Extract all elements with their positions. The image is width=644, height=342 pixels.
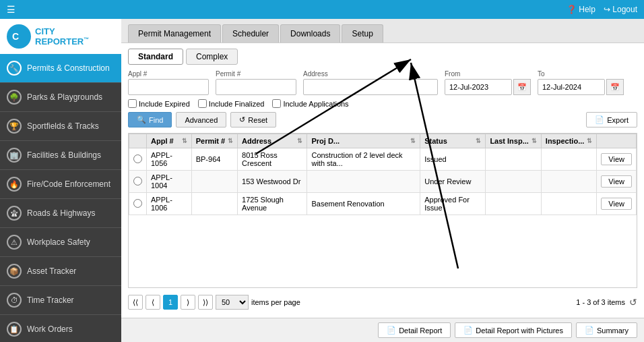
nav-tab-setup[interactable]: Setup	[342, 24, 383, 42]
page-next-btn[interactable]: ⟩	[181, 295, 195, 310]
logo-icon: C	[7, 24, 31, 49]
checkbox-expired[interactable]: Include Expired	[128, 99, 190, 108]
export-button[interactable]: 📄 Export	[586, 112, 637, 127]
row-inspection	[541, 171, 596, 193]
page-first-btn[interactable]: ⟨⟨	[128, 295, 143, 310]
bottom-btn-detail-report-pics[interactable]: 📄Detail Report with Pictures	[455, 322, 572, 338]
col-header-address[interactable]: Address⇅	[238, 134, 307, 148]
permits-icon: 🔧	[7, 61, 22, 76]
table-row: APPL-1056 BP-964 8015 Ross Crescent Cons…	[129, 148, 637, 171]
sidebar-item-asset[interactable]: 📦 Asset Tracker	[0, 257, 121, 286]
nav-tab-scheduler[interactable]: Scheduler	[222, 24, 279, 42]
to-calendar-btn[interactable]: 📅	[606, 79, 624, 95]
logout-link[interactable]: ↪ Logout	[604, 5, 637, 14]
content-area: Permit ManagementSchedulerDownloadsSetup…	[121, 19, 644, 342]
bottom-btn-summary[interactable]: 📄Summary	[576, 322, 637, 338]
from-date-input[interactable]	[445, 79, 512, 95]
help-link[interactable]: ❓ Help	[567, 5, 595, 14]
detail-report-pics-icon: 📄	[463, 326, 473, 335]
col-header-actions	[597, 134, 637, 148]
reset-button[interactable]: ↺ Reset	[230, 112, 276, 127]
checkbox-finalized[interactable]: Include Finalized	[198, 99, 265, 108]
results-text: 1 - 3 of 3 items	[576, 298, 625, 306]
reset-icon: ↺	[239, 115, 245, 124]
logout-icon: ↪	[604, 5, 610, 14]
refresh-button[interactable]: ↺	[629, 297, 637, 308]
sub-tab-complex[interactable]: Complex	[186, 49, 238, 65]
per-page-select[interactable]: 50 100 200	[216, 295, 249, 310]
sidebar-item-label: Asset Tracker	[27, 266, 76, 276]
from-calendar-btn[interactable]: 📅	[513, 79, 531, 95]
sidebar-item-sportfields[interactable]: 🏆 Sportfields & Tracks	[0, 112, 121, 141]
logo-text: CITY REPORTER™	[35, 26, 89, 47]
row-radio-cell[interactable]	[129, 171, 147, 193]
view-button[interactable]: View	[601, 175, 632, 188]
export-icon: 📄	[595, 115, 604, 124]
sub-tab-standard[interactable]: Standard	[128, 49, 183, 65]
row-address: 8015 Ross Crescent	[238, 148, 307, 171]
checkbox-applications[interactable]: Include Applications	[272, 99, 348, 108]
sidebar-item-workplace[interactable]: ⚠ Workplace Safety	[0, 228, 121, 257]
page-prev-btn[interactable]: ⟨	[146, 295, 160, 310]
col-header-permit[interactable]: Permit #⇅	[191, 134, 237, 148]
row-projdesc: Basement Renovation	[307, 193, 420, 215]
row-inspection	[541, 193, 596, 215]
sidebar-item-time[interactable]: ⏱ Time Tracker	[0, 286, 121, 315]
workorders-icon: 📋	[7, 322, 22, 337]
sidebar-item-parks[interactable]: 🌳 Parks & Playgrounds	[0, 83, 121, 112]
pagination-row: ⟨⟨ ⟨ 1 ⟩ ⟩⟩ 50 100 200 items per page	[128, 292, 637, 312]
checkbox-input-expired[interactable]	[128, 99, 137, 108]
sort-icon-appl: ⇅	[182, 138, 187, 144]
address-input[interactable]	[303, 79, 438, 95]
checkbox-input-applications[interactable]	[272, 99, 281, 108]
data-table-wrapper: Appl #⇅Permit #⇅Address⇅Proj D...⇅Status…	[128, 133, 637, 288]
sidebar-item-label: Facilities & Buildings	[27, 150, 101, 160]
row-status: Approved For Issue	[420, 193, 486, 215]
sidebar-item-label: Fire/Code Enforcement	[27, 179, 110, 189]
row-appl: APPL-1006	[147, 193, 192, 215]
checkbox-input-finalized[interactable]	[198, 99, 207, 108]
sportfields-icon: 🏆	[7, 119, 22, 134]
sort-icon-lastinsp: ⇅	[532, 138, 537, 144]
view-button[interactable]: View	[601, 198, 632, 210]
action-row: 🔍 Find Advanced ↺ Reset	[128, 112, 637, 127]
hamburger-icon[interactable]: ☰	[7, 4, 15, 15]
sidebar-item-roads[interactable]: 🛣 Roads & Highways	[0, 199, 121, 228]
sidebar-item-fire[interactable]: 🔥 Fire/Code Enforcement	[0, 170, 121, 199]
row-radio-cell[interactable]	[129, 148, 147, 171]
row-actions: View	[597, 193, 637, 215]
page-last-btn[interactable]: ⟩⟩	[198, 295, 213, 310]
appl-input[interactable]	[128, 79, 209, 95]
sidebar-item-label: Permits & Construction	[27, 63, 110, 73]
row-projdesc	[307, 171, 420, 193]
sidebar-item-label: Sportfields & Tracks	[27, 121, 99, 131]
sidebar-item-facilities[interactable]: 🏢 Facilities & Buildings	[0, 141, 121, 170]
view-button[interactable]: View	[601, 153, 632, 165]
summary-icon: 📄	[585, 326, 594, 335]
sidebar-item-workorders[interactable]: 📋 Work Orders	[0, 315, 121, 342]
sidebar: C CITY REPORTER™ 🔧 Permits & Constructio…	[0, 19, 121, 342]
nav-tab-downloads[interactable]: Downloads	[280, 24, 340, 42]
nav-tab-permit-mgmt[interactable]: Permit Management	[128, 24, 221, 42]
advanced-button[interactable]: Advanced	[176, 112, 226, 127]
items-per-page-label: items per page	[251, 298, 300, 306]
sidebar-item-permits[interactable]: 🔧 Permits & Construction	[0, 54, 121, 83]
row-radio-cell[interactable]	[129, 193, 147, 215]
col-header-projdesc[interactable]: Proj D...⇅	[307, 134, 420, 148]
col-header-lastinsp[interactable]: Last Insp...⇅	[486, 134, 541, 148]
fire-icon: 🔥	[7, 177, 22, 192]
find-button[interactable]: 🔍 Find	[128, 112, 172, 127]
sort-icon-inspection: ⇅	[587, 138, 592, 144]
row-status: Under Review	[420, 171, 486, 193]
nav-tabs: Permit ManagementSchedulerDownloadsSetup	[121, 19, 644, 43]
to-date-input[interactable]	[538, 79, 605, 95]
sort-icon-address: ⇅	[297, 138, 302, 144]
col-header-appl[interactable]: Appl #⇅	[147, 134, 192, 148]
page-1-btn[interactable]: 1	[163, 295, 178, 310]
permit-input[interactable]	[216, 79, 296, 95]
bottom-btn-detail-report[interactable]: 📄Detail Report	[378, 322, 451, 338]
col-header-status[interactable]: Status⇅	[420, 134, 486, 148]
sort-icon-permit: ⇅	[228, 138, 233, 144]
col-header-inspection[interactable]: Inspectio...⇅	[541, 134, 596, 148]
row-lastinsp	[486, 171, 541, 193]
